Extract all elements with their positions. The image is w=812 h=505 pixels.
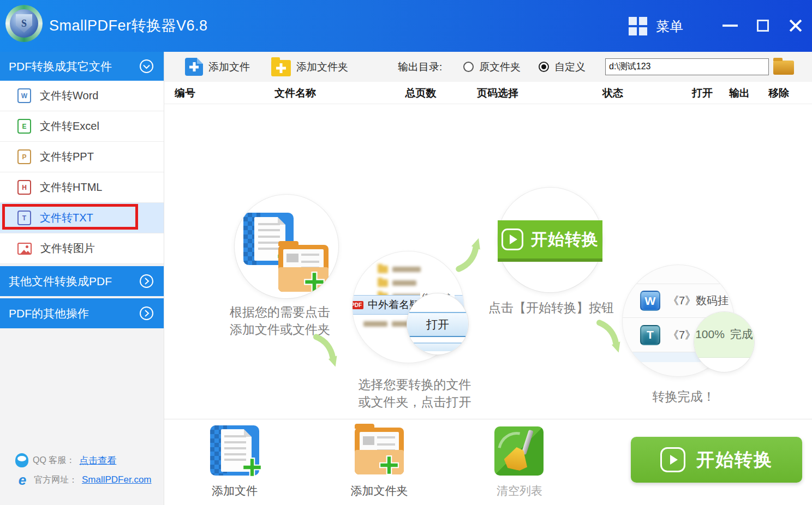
add-file-button[interactable]: 添加文件	[185, 52, 250, 82]
sidebar-item-label: 文件转Excel	[40, 119, 99, 134]
close-icon	[788, 18, 803, 33]
sidebar-section-other-to-pdf[interactable]: 其他文件转换成PDF	[0, 266, 164, 296]
start-convert-label: 开始转换	[696, 448, 773, 472]
toolbar: 添加文件 添加文件夹 输出目录: 原文件夹 自定义	[164, 52, 812, 82]
sidebar-item-html[interactable]: H 文件转HTML	[0, 172, 164, 203]
progress-done-label: 完成	[730, 327, 753, 342]
excel-file-icon: E	[17, 119, 31, 134]
close-button[interactable]	[785, 14, 807, 37]
start-convert-button[interactable]: 开始转换	[631, 437, 802, 483]
qq-label: QQ 客服：	[33, 455, 75, 466]
folder-icon	[773, 61, 794, 75]
green-plus-icon	[379, 455, 399, 476]
qq-link[interactable]: 点击查看	[79, 454, 116, 467]
browse-folder-button[interactable]	[773, 58, 794, 75]
clear-list-label: 清空列表	[497, 483, 542, 498]
open-button-zoom-circle: 打开	[407, 293, 468, 354]
site-link[interactable]: SmallPDFer.com	[82, 474, 152, 485]
step4-caption: 转换完成！	[653, 388, 715, 405]
green-arrow-up-right-icon	[451, 231, 491, 273]
pdf-badge-icon: PDF	[353, 301, 363, 309]
ie-browser-icon: e	[15, 473, 29, 487]
step3-caption: 点击【开始转换】按钮	[488, 299, 614, 316]
txt-result-icon: T	[640, 325, 660, 345]
result-row-text: 《7》数码挂	[668, 293, 729, 308]
add-file-icon	[185, 58, 203, 76]
title-bar: S SmallPDFer转换器V6.8 菜单	[0, 0, 812, 52]
tutorial-step1-circle	[235, 195, 338, 298]
add-folder-label: 添加文件夹	[296, 60, 348, 74]
sidebar: PDF转换成其它文件 W 文件转Word E 文件转Excel P 文件转PPT…	[0, 52, 164, 505]
bottom-add-folder-button[interactable]	[355, 428, 404, 474]
col-status: 状态	[602, 82, 623, 104]
start-convert-banner: 开始转换	[498, 220, 602, 258]
sidebar-section-pdf-ops[interactable]: PDF的其他操作	[0, 298, 164, 328]
divider	[164, 419, 812, 419]
minimize-button[interactable]	[719, 14, 741, 37]
minimize-icon	[723, 25, 738, 27]
col-filename: 文件名称	[274, 82, 316, 104]
grid-icon	[629, 17, 647, 35]
result-row-text: 《7》	[668, 328, 696, 342]
sidebar-item-word[interactable]: W 文件转Word	[0, 81, 164, 111]
add-folder-button[interactable]: 添加文件夹	[271, 52, 348, 82]
chevron-right-circle-icon	[139, 306, 154, 321]
sidebar-section-label: 其他文件转换成PDF	[9, 274, 112, 289]
radio-original-label: 原文件夹	[479, 60, 521, 74]
ppt-file-icon: P	[17, 149, 31, 164]
sidebar-item-ppt[interactable]: P 文件转PPT	[0, 142, 164, 172]
step2-caption-line2: 或文件夹，点击打开	[359, 394, 471, 411]
radio-custom-label: 自定义	[554, 60, 586, 74]
menu-button[interactable]: 菜单	[629, 14, 683, 38]
col-number: 编号	[175, 82, 195, 104]
sidebar-item-txt[interactable]: T 文件转TXT	[0, 203, 164, 233]
file-table-header: 编号 文件名称 总页数 页码选择 状态 打开 输出 移除	[164, 82, 812, 104]
sidebar-item-label: 文件转HTML	[40, 180, 102, 195]
image-icon	[17, 243, 32, 255]
col-remove: 移除	[768, 82, 789, 104]
green-arrow-down-right-icon	[307, 334, 349, 373]
qq-support-row: QQ 客服： 点击查看	[15, 453, 116, 467]
bottom-add-file-button[interactable]	[210, 425, 259, 476]
col-pages: 总页数	[405, 82, 437, 104]
sidebar-item-label: 文件转图片	[40, 241, 95, 256]
app-logo-icon: S	[5, 5, 43, 42]
sidebar-item-label: 文件转TXT	[40, 211, 93, 225]
html-file-icon: H	[17, 180, 31, 195]
txt-file-icon: T	[17, 211, 31, 225]
maximize-button[interactable]	[752, 14, 774, 37]
word-file-icon: W	[17, 88, 31, 103]
start-convert-banner-label: 开始转换	[531, 229, 599, 251]
sidebar-item-excel[interactable]: E 文件转Excel	[0, 111, 164, 142]
qq-icon	[15, 453, 28, 467]
play-icon	[660, 447, 685, 472]
output-path-input[interactable]	[605, 58, 769, 75]
chevron-down-circle-icon	[139, 59, 154, 74]
sidebar-item-label: 文件转PPT	[40, 149, 94, 164]
open-button: 打开	[407, 312, 468, 337]
bottom-add-folder-label: 添加文件夹	[351, 483, 408, 498]
sidebar-item-label: 文件转Word	[40, 88, 98, 103]
sidebar-item-image[interactable]: 文件转图片	[0, 233, 164, 264]
col-output: 输出	[729, 82, 750, 104]
green-plus-icon	[242, 457, 262, 478]
progress-percent: 100%	[695, 328, 725, 341]
sidebar-section-label: PDF的其他操作	[9, 306, 89, 321]
clear-list-button[interactable]	[494, 426, 544, 476]
sidebar-section-pdf-to-other[interactable]: PDF转换成其它文件	[0, 52, 164, 81]
add-folder-big-icon	[278, 245, 329, 292]
menu-label: 菜单	[656, 17, 683, 35]
word-result-icon: W	[640, 291, 660, 311]
col-open: 打开	[692, 82, 713, 104]
radio-custom[interactable]: 自定义	[539, 52, 586, 82]
chevron-right-circle-icon	[139, 274, 154, 288]
tutorial-step3-circle: 开始转换	[498, 188, 602, 292]
output-dir-label: 输出目录:	[398, 52, 442, 82]
add-file-label: 添加文件	[208, 60, 250, 74]
app-window: S SmallPDFer转换器V6.8 菜单 PDF转换成其它文件 W 文件转W…	[0, 0, 812, 505]
step1-caption-line1: 根据您的需要点击	[230, 304, 330, 321]
progress-zoom-circle: 100% 完成	[694, 312, 754, 372]
website-row: e 官方网址： SmallPDFer.com	[15, 473, 152, 487]
col-page-select: 页码选择	[477, 82, 518, 104]
radio-original-folder[interactable]: 原文件夹	[463, 52, 521, 82]
